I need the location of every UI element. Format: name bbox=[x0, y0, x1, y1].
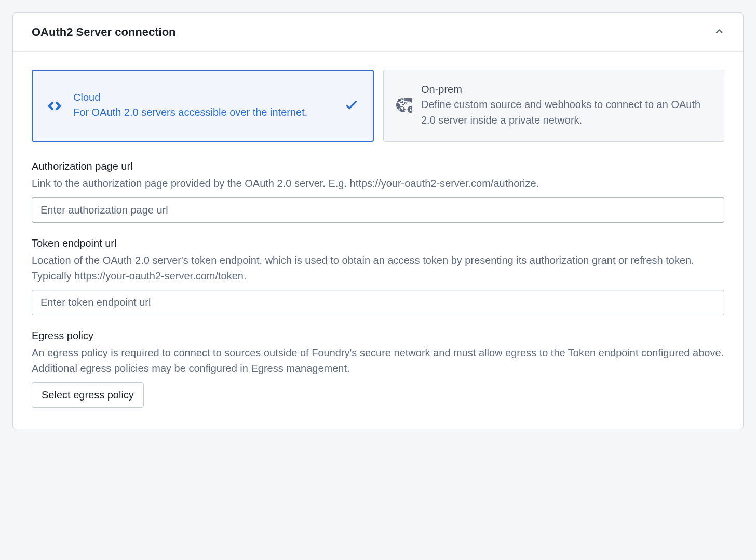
option-cloud[interactable]: Cloud For OAuth 2.0 servers accessible o… bbox=[32, 70, 374, 142]
code-icon bbox=[45, 97, 64, 115]
egress-policy-label: Egress policy bbox=[32, 330, 724, 342]
panel-title: OAuth2 Server connection bbox=[32, 25, 176, 39]
token-endpoint-url-label: Token endpoint url bbox=[32, 237, 724, 249]
token-endpoint-url-help: Location of the OAuth 2.0 server's token… bbox=[32, 252, 724, 284]
option-onprem[interactable]: On-prem Define custom source and webhook… bbox=[383, 70, 724, 142]
field-egress-policy: Egress policy An egress policy is requir… bbox=[32, 330, 724, 408]
field-authorization-url: Authorization page url Link to the autho… bbox=[32, 161, 724, 223]
authorization-url-help: Link to the authorization page provided … bbox=[32, 176, 724, 191]
authorization-url-label: Authorization page url bbox=[32, 161, 724, 172]
panel-header[interactable]: OAuth2 Server connection bbox=[13, 13, 743, 52]
field-token-endpoint-url: Token endpoint url Location of the OAuth… bbox=[32, 237, 724, 315]
globe-network-icon bbox=[396, 98, 412, 114]
option-cloud-description: For OAuth 2.0 servers accessible over th… bbox=[73, 104, 331, 120]
egress-policy-help: An egress policy is required to connect … bbox=[32, 345, 724, 376]
panel-body: Cloud For OAuth 2.0 servers accessible o… bbox=[13, 52, 743, 429]
authorization-url-input[interactable] bbox=[32, 197, 724, 223]
option-onprem-description: Define custom source and webhooks to con… bbox=[421, 97, 711, 128]
option-onprem-text: On-prem Define custom source and webhook… bbox=[421, 84, 711, 128]
select-egress-policy-button[interactable]: Select egress policy bbox=[32, 382, 144, 408]
option-cloud-text: Cloud For OAuth 2.0 servers accessible o… bbox=[73, 91, 331, 120]
check-icon bbox=[345, 98, 358, 114]
token-endpoint-url-input[interactable] bbox=[32, 290, 724, 315]
option-onprem-title: On-prem bbox=[421, 84, 711, 96]
connection-type-options: Cloud For OAuth 2.0 servers accessible o… bbox=[32, 70, 724, 142]
option-cloud-title: Cloud bbox=[73, 91, 331, 103]
oauth2-server-connection-panel: OAuth2 Server connection Cloud For OAuth… bbox=[12, 12, 744, 429]
chevron-up-icon bbox=[714, 26, 724, 38]
